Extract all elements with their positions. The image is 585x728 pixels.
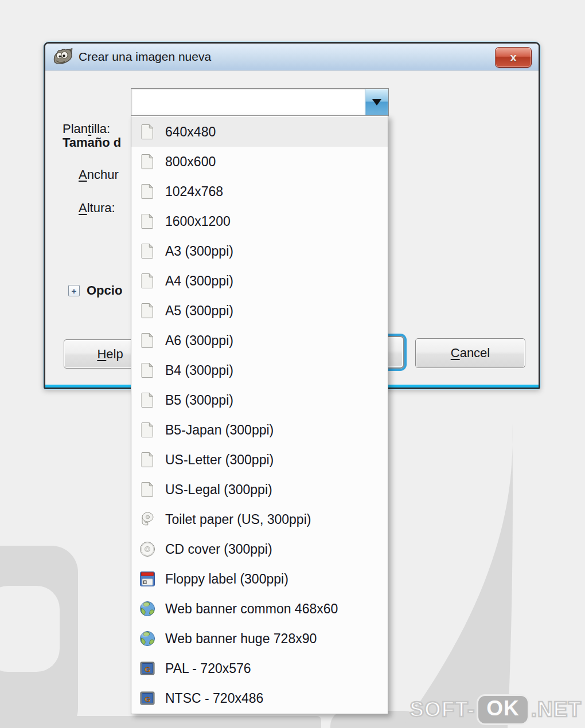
watermark-swoosh: [367, 401, 585, 728]
dropdown-item-label: B4 (300ppi): [165, 363, 233, 378]
globe-icon: [138, 629, 157, 648]
globe-icon: [138, 600, 157, 618]
logo-ok-badge: OK: [478, 696, 528, 723]
floppy-icon: [138, 570, 157, 588]
site-watermark-logo: SOFT- OK .NET: [410, 696, 582, 723]
dropdown-item[interactable]: GNTSC - 720x486: [131, 683, 388, 713]
dropdown-item-label: A3 (300ppi): [165, 244, 233, 259]
document-icon: [138, 272, 157, 290]
label-mnemonic: A: [79, 201, 87, 215]
expand-plus-icon[interactable]: +: [68, 285, 80, 296]
dropdown-item[interactable]: CD cover (300ppi): [131, 534, 388, 564]
template-combobox-value[interactable]: [131, 89, 365, 116]
label-part: ltura:: [87, 201, 115, 215]
label-part: nchur: [87, 167, 119, 182]
document-icon: [138, 302, 157, 320]
document-icon: [138, 331, 157, 350]
dropdown-item-label: Web banner huge 728x90: [165, 631, 317, 647]
combobox-dropdown-button[interactable]: [365, 89, 388, 116]
dropdown-item-label: Web banner common 468x60: [165, 601, 338, 617]
dropdown-item[interactable]: B5 (300ppi): [131, 385, 388, 415]
dropdown-item[interactable]: US-Legal (300ppi): [131, 475, 388, 504]
dropdown-item-label: 1600x1200: [165, 214, 231, 229]
dropdown-item[interactable]: 1600x1200: [131, 206, 388, 236]
dropdown-item-label: US-Letter (300ppi): [165, 452, 274, 468]
watermark-shape-left: [0, 546, 78, 728]
video-icon: G: [138, 659, 157, 678]
dropdown-item-label: B5-Japan (300ppi): [165, 422, 274, 438]
document-icon: [138, 123, 157, 141]
dropdown-item[interactable]: B4 (300ppi): [131, 355, 388, 385]
dropdown-item-label: 800x600: [165, 154, 216, 170]
dropdown-item[interactable]: Web banner common 468x60: [131, 594, 388, 624]
dropdown-item-label: A5 (300ppi): [165, 303, 233, 319]
dropdown-item[interactable]: GPAL - 720x576: [131, 653, 388, 683]
dropdown-item[interactable]: 1024x768: [131, 177, 388, 206]
document-icon: [138, 152, 157, 171]
logo-text-net: .NET: [531, 698, 582, 722]
dropdown-item-label: Toilet paper (US, 300ppi): [165, 512, 311, 527]
label-mnemonic: H: [97, 347, 106, 362]
advanced-options-expander[interactable]: + Opcio: [68, 283, 122, 298]
dropdown-item[interactable]: A5 (300ppi): [131, 296, 388, 326]
logo-text-soft: SOFT-: [410, 698, 475, 722]
document-icon: [138, 480, 157, 499]
image-size-heading: Tamaño d: [63, 135, 121, 150]
dropdown-item-label: NTSC - 720x486: [165, 691, 263, 706]
dropdown-item[interactable]: B5-Japan (300ppi): [131, 415, 388, 445]
document-icon: [138, 242, 157, 260]
dropdown-item-label: A4 (300ppi): [165, 273, 233, 289]
dropdown-item-label: US-Legal (300ppi): [165, 482, 272, 498]
document-icon: [138, 391, 157, 409]
dropdown-item[interactable]: 800x600: [131, 147, 388, 177]
dropdown-item[interactable]: Web banner huge 728x90: [131, 624, 388, 653]
gimp-wilber-icon: [52, 48, 73, 65]
toilet-paper-icon: [138, 510, 157, 529]
label-part: elp: [106, 347, 123, 362]
advanced-options-label: Opcio: [87, 283, 122, 298]
dropdown-item-label: 640x480: [165, 124, 216, 140]
close-icon: x: [510, 50, 517, 64]
label-part: Plan: [63, 122, 88, 136]
chevron-down-icon: [372, 99, 381, 105]
svg-text:G: G: [145, 695, 150, 703]
dropdown-item[interactable]: 640x480: [131, 117, 388, 147]
dropdown-item-label: B5 (300ppi): [165, 393, 233, 408]
dropdown-item[interactable]: Floppy label (300ppi): [131, 564, 388, 594]
width-label: Anchur: [79, 167, 119, 182]
svg-text:G: G: [145, 665, 150, 674]
label-part: illa:: [91, 122, 110, 136]
cancel-button[interactable]: Cancel: [415, 338, 525, 368]
document-icon: [138, 212, 157, 230]
template-label: Plantilla:: [63, 122, 110, 136]
watermark-shape-bottom: [32, 716, 321, 728]
dropdown-item[interactable]: Toilet paper (US, 300ppi): [131, 504, 388, 534]
dropdown-list: 640x480800x6001024x7681600x1200A3 (300pp…: [131, 115, 388, 714]
template-combobox[interactable]: [131, 88, 389, 116]
titlebar[interactable]: Crear una imagen nueva x: [45, 44, 539, 71]
close-button[interactable]: x: [495, 47, 532, 68]
label-part: ancel: [460, 346, 490, 361]
dropdown-item-label: Floppy label (300ppi): [165, 572, 288, 587]
height-label: Altura:: [79, 201, 115, 216]
dialog-title: Crear una imagen nueva: [79, 50, 211, 64]
cd-icon: [138, 540, 157, 558]
dropdown-item-label: CD cover (300ppi): [165, 542, 272, 557]
dropdown-item[interactable]: A3 (300ppi): [131, 236, 388, 266]
document-icon: [138, 421, 157, 439]
screen: SOFT- OK .NET Crear una imagen nueva x P…: [0, 0, 585, 728]
document-icon: [138, 451, 157, 469]
label-mnemonic: A: [79, 167, 87, 182]
dropdown-item-label: PAL - 720x576: [165, 661, 251, 676]
dropdown-item[interactable]: US-Letter (300ppi): [131, 445, 388, 475]
document-icon: [138, 182, 157, 201]
dropdown-item-label: 1024x768: [165, 184, 223, 199]
dropdown-item[interactable]: A4 (300ppi): [131, 266, 388, 296]
document-icon: [138, 361, 157, 379]
video-icon: G: [138, 689, 157, 707]
label-mnemonic: C: [451, 346, 460, 361]
dropdown-item-label: A6 (300ppi): [165, 333, 233, 349]
dropdown-item[interactable]: A6 (300ppi): [131, 326, 388, 355]
